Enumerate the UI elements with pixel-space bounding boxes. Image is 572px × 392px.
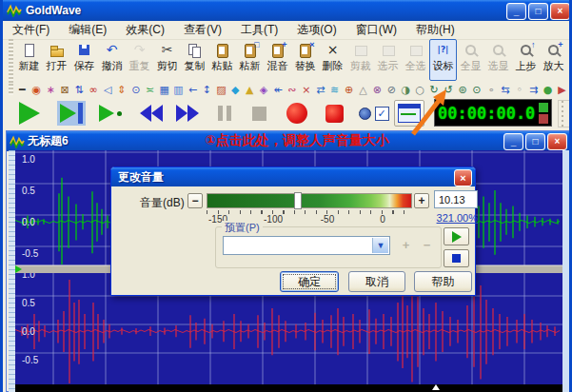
toolbar-grip[interactable] <box>9 84 13 95</box>
play-selection-button[interactable] <box>52 99 90 127</box>
effect-icon-37[interactable]: ⇉ <box>526 84 541 96</box>
volume-increase-button[interactable]: + <box>414 193 429 208</box>
effect-icon-17[interactable]: ▲ <box>243 84 257 96</box>
effect-icon-35[interactable]: ⇆ <box>498 84 512 96</box>
menu-item-w[interactable]: 窗口(W) <box>346 20 406 40</box>
effect-icon-28[interactable]: ◑ <box>399 84 413 96</box>
toolbar-grip[interactable] <box>9 39 13 83</box>
svg-text:0.0: 0.0 <box>22 217 35 227</box>
toolbar-button-上步[interactable]: ↑上步 <box>512 39 540 81</box>
effect-icon-2[interactable]: ◉ <box>30 84 44 96</box>
toolbar-button-替换[interactable]: ×替换 <box>291 39 319 81</box>
toolbar-button-放大[interactable]: +放大 <box>540 39 567 81</box>
control-window-button[interactable] <box>393 99 425 127</box>
document-minimize-button[interactable]: _ <box>503 133 523 150</box>
monitor-speaker-toggle[interactable] <box>357 99 372 127</box>
dialog-title-bar[interactable]: 更改音量 <box>111 167 475 186</box>
effect-icon-31[interactable]: ↺ <box>442 84 456 96</box>
record-button[interactable] <box>279 99 315 127</box>
toolbar-button-粘新[interactable]: □粘新 <box>236 39 264 81</box>
effect-icon-10[interactable]: ≍ <box>143 84 157 96</box>
volume-slider-track[interactable] <box>207 193 412 208</box>
monitor-checkbox[interactable]: ✓ <box>374 99 389 127</box>
effect-icon-12[interactable]: ▥ <box>171 84 186 96</box>
effect-icon-24[interactable]: ⊕ <box>342 84 356 96</box>
toolbar-button-删除[interactable]: ×删除 <box>319 39 346 81</box>
effect-icon-13[interactable]: ← <box>186 84 200 96</box>
effect-icon-38[interactable]: ● <box>541 84 555 96</box>
toolbar-gripper[interactable] <box>558 100 571 127</box>
effect-icon-4[interactable]: ⊠ <box>58 84 72 96</box>
effect-icon-15[interactable]: ▨ <box>214 84 228 96</box>
menu-item-h[interactable]: 帮助(H) <box>406 20 464 40</box>
preset-combobox[interactable]: ▼ <box>223 236 390 255</box>
play-marker-button[interactable] <box>92 99 128 127</box>
menu-item-e[interactable]: 编辑(E) <box>59 20 116 40</box>
volume-slider-thumb[interactable] <box>294 192 302 209</box>
effect-icon-14[interactable]: ↕ <box>200 84 214 96</box>
play-button[interactable] <box>9 99 50 127</box>
document-restore-button[interactable]: □ <box>525 133 545 150</box>
volume-value-input[interactable]: 10.13 <box>434 190 478 208</box>
cancel-button[interactable]: 取消 <box>348 271 405 292</box>
effect-icon-6[interactable]: ∞ <box>87 84 101 96</box>
toolbar-button-设标[interactable]: |?|设标 <box>429 39 457 81</box>
fast-forward-button[interactable] <box>170 99 205 127</box>
effect-icon-33[interactable]: ⊙ <box>469 84 483 96</box>
menu-item-o[interactable]: 选项(O) <box>287 20 345 40</box>
menu-item-c[interactable]: 效果(C) <box>116 20 174 40</box>
effect-icon-30[interactable]: ↻ <box>427 84 442 96</box>
effect-icon-18[interactable]: ◈ <box>257 84 271 96</box>
toolbar-button-撤消[interactable]: ↶撤消 <box>98 39 126 81</box>
close-button[interactable]: × <box>550 3 570 20</box>
toolbar-button-粘贴[interactable]: 粘贴 <box>208 39 236 81</box>
toolbar-button-保存[interactable]: 保存 <box>70 39 98 81</box>
effect-icon-34[interactable]: ∘ <box>483 84 498 96</box>
toolbar-button-全显: 全显 <box>457 39 484 81</box>
effect-icon-3[interactable]: ∗ <box>44 84 58 96</box>
effect-icon-1[interactable]: ━ <box>15 84 30 96</box>
dialog-close-button[interactable]: × <box>454 169 472 186</box>
rewind-button[interactable] <box>134 99 168 127</box>
preview-stop-button[interactable] <box>444 249 469 267</box>
effect-icon-7[interactable]: ◁ <box>101 84 115 96</box>
effect-icon-11[interactable]: ▦ <box>157 84 171 96</box>
menu-item-t[interactable]: 工具(T) <box>231 20 287 40</box>
title-bar[interactable]: GoldWave _ □ × <box>3 0 572 21</box>
effect-icon-29[interactable]: ○ <box>413 84 427 96</box>
menu-item-v[interactable]: 查看(V) <box>174 20 231 40</box>
toolbar-button-新建[interactable]: 新建 <box>15 39 43 81</box>
effect-icon-5[interactable]: ⇅ <box>72 84 87 96</box>
toolbar-button-混音[interactable]: +混音 <box>264 39 291 81</box>
document-close-button[interactable]: × <box>547 133 567 150</box>
record-new-button[interactable] <box>317 99 351 127</box>
effect-icon-9[interactable]: ⊙ <box>128 84 143 96</box>
ok-button[interactable]: 确定 <box>280 271 339 292</box>
volume-decrease-button[interactable]: − <box>187 193 203 208</box>
effect-icon-39[interactable]: ▶ <box>555 84 569 96</box>
effect-icon-25[interactable]: △ <box>356 84 370 96</box>
menu-item-f[interactable]: 文件(F) <box>3 20 59 40</box>
effect-icon-32[interactable]: ⊚ <box>456 84 470 96</box>
toolbar-button-剪切[interactable]: ✂剪切 <box>153 39 181 81</box>
effect-icon-19[interactable]: ↞ <box>271 84 286 96</box>
effect-icon-22[interactable]: ⇄ <box>313 84 327 96</box>
stop-icon <box>252 107 266 121</box>
effect-icon-27[interactable]: ⊘ <box>385 84 399 96</box>
effect-icon-26[interactable]: ⊗ <box>370 84 385 96</box>
effect-icon-21[interactable]: × <box>299 84 313 96</box>
chevron-down-icon[interactable]: ▼ <box>372 238 388 253</box>
toolbar-button-打开[interactable]: 打开 <box>43 39 70 81</box>
effect-icon-23[interactable]: ≋ <box>327 84 342 96</box>
volume-percent-link[interactable]: 321.00% <box>421 212 478 224</box>
effect-icon-8[interactable]: ⇕ <box>114 84 128 96</box>
toolbar-button-复制[interactable]: 复制 <box>181 39 208 81</box>
help-button[interactable]: 帮助 <box>414 271 472 292</box>
effect-icon-36[interactable]: ◦ <box>512 84 526 96</box>
minimize-button[interactable]: _ <box>506 3 526 20</box>
effect-icon-16[interactable]: ◆ <box>228 84 243 96</box>
preview-play-button[interactable] <box>444 227 469 245</box>
maximize-button[interactable]: □ <box>528 3 548 20</box>
toolbar-button-全选: 全选 <box>402 39 429 81</box>
effect-icon-20[interactable]: ∾ <box>285 84 299 96</box>
